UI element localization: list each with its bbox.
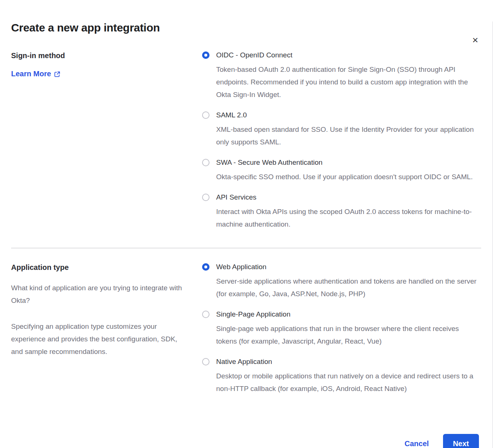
option-label[interactable]: SWA - Secure Web Authentication <box>216 158 481 167</box>
application-type-section: Application type What kind of applicatio… <box>11 263 481 395</box>
option-description: Okta-specific SSO method. Use if your ap… <box>216 171 480 183</box>
signin-option-saml[interactable]: SAML 2.0 XML-based open standard for SSO… <box>202 111 481 148</box>
close-icon[interactable]: ✕ <box>470 35 480 45</box>
cancel-button[interactable]: Cancel <box>405 439 429 448</box>
apptype-option-web[interactable]: Web Application Server-side applications… <box>202 263 481 300</box>
dialog-title: Create a new app integration <box>11 21 481 34</box>
signin-option-api-services[interactable]: API Services Interact with Okta APIs usi… <box>202 193 481 231</box>
learn-more-link[interactable]: Learn More <box>11 70 60 78</box>
application-type-note: Specifying an application type customize… <box>11 320 189 358</box>
option-label[interactable]: API Services <box>216 193 481 201</box>
create-app-integration-dialog: ✕ Create a new app integration Sign-in m… <box>0 21 493 448</box>
apptype-option-spa[interactable]: Single-Page Application Single-page web … <box>202 310 481 348</box>
option-description: Desktop or mobile applications that run … <box>216 370 480 395</box>
option-label[interactable]: Web Application <box>216 263 481 271</box>
option-description: Interact with Okta APIs using the scoped… <box>216 205 480 231</box>
radio-icon[interactable] <box>202 194 209 201</box>
radio-icon[interactable] <box>202 111 209 119</box>
radio-icon[interactable] <box>202 358 209 365</box>
radio-icon[interactable] <box>202 263 209 271</box>
option-label[interactable]: OIDC - OpenID Connect <box>216 51 481 59</box>
next-button[interactable]: Next <box>443 434 479 448</box>
option-description: XML-based open standard for SSO. Use if … <box>216 123 480 148</box>
external-link-icon <box>54 70 60 77</box>
signin-option-swa[interactable]: SWA - Secure Web Authentication Okta-spe… <box>202 158 481 183</box>
learn-more-label: Learn More <box>11 70 51 78</box>
option-description: Server-side applications where authentic… <box>216 275 480 300</box>
option-label[interactable]: Native Application <box>216 358 481 366</box>
option-description: Single-page web applications that run in… <box>216 322 480 348</box>
signin-option-oidc[interactable]: OIDC - OpenID Connect Token-based OAuth … <box>202 51 481 101</box>
apptype-option-native[interactable]: Native Application Desktop or mobile app… <box>202 358 481 395</box>
signin-method-heading: Sign-in method <box>11 51 191 60</box>
radio-icon[interactable] <box>202 51 209 59</box>
signin-method-section: Sign-in method Learn More OIDC - OpenID … <box>11 51 481 231</box>
option-label[interactable]: SAML 2.0 <box>216 111 481 119</box>
option-label[interactable]: Single-Page Application <box>216 310 481 318</box>
option-description: Token-based OAuth 2.0 authentication for… <box>216 63 480 101</box>
radio-icon[interactable] <box>202 159 209 166</box>
radio-icon[interactable] <box>202 311 209 318</box>
section-divider <box>11 248 481 248</box>
application-type-question: What kind of application are you trying … <box>11 282 189 307</box>
application-type-heading: Application type <box>11 263 191 272</box>
dialog-footer: Cancel Next <box>405 434 479 448</box>
